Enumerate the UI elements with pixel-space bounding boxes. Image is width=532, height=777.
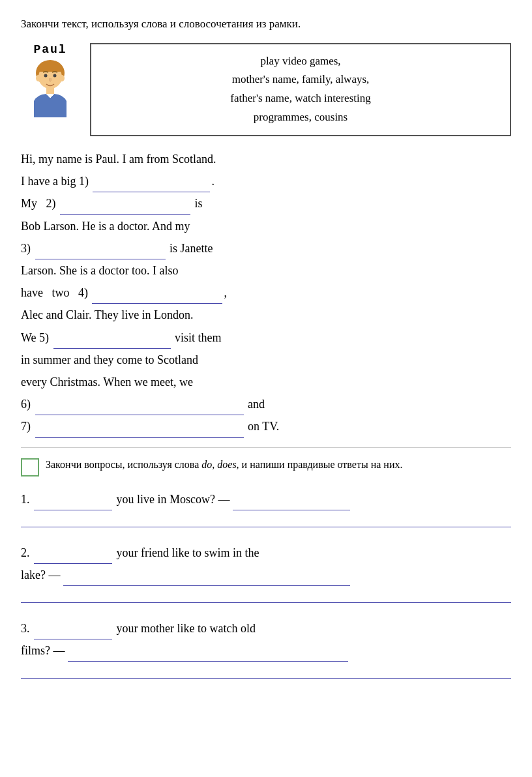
question-3: 3. your mother like to watch old films? …: [21, 617, 511, 679]
q2-answer-line: [21, 589, 511, 603]
svg-point-5: [59, 75, 65, 81]
q1-answer-line: [21, 513, 511, 527]
word-box-line2: mother's name, family, always,: [232, 73, 370, 85]
text-line-2: My 2) is: [21, 192, 511, 214]
task2-number-box: [21, 458, 39, 476]
text-line-12: 7) on TV.: [21, 415, 511, 437]
task2-text: Закончи вопросы, используя слова do, doe…: [46, 457, 402, 473]
q3-answer-line: [21, 664, 511, 679]
svg-rect-6: [46, 87, 54, 94]
text-line-9: in summer and they come to Scotland: [21, 349, 511, 371]
q1-blank: [34, 510, 112, 510]
text-line-4: 3) is Janette: [21, 237, 511, 259]
question-2-text-2: lake? —: [21, 564, 511, 586]
text-line-6: have two 4) ,: [21, 282, 511, 304]
avatar-svg: [24, 59, 76, 117]
question-2: 2. your friend like to swim in the lake?…: [21, 542, 511, 603]
text-line-10: every Christmas. When we meet, we: [21, 371, 511, 393]
question-2-text: 2. your friend like to swim in the: [21, 542, 511, 564]
main-text: Hi, my name is Paul. I am from Scotland.…: [21, 148, 511, 437]
question-3-text-2: films? —: [21, 639, 511, 662]
question-3-text: 3. your mother like to watch old: [21, 617, 511, 639]
text-line-11: 6) and: [21, 393, 511, 415]
word-box: play video games, mother's name, family,…: [90, 43, 511, 137]
divider: [21, 447, 511, 448]
question-1: 1. you live in Moscow? —: [21, 488, 511, 527]
paul-avatar: [24, 59, 76, 117]
text-line-8: We 5) visit them: [21, 327, 511, 349]
svg-point-3: [53, 74, 57, 77]
word-box-line3: father's name, watch interesting: [230, 92, 370, 104]
paul-avatar-block: Paul: [21, 43, 80, 117]
q3-answer: [68, 661, 348, 662]
word-box-line4: programmes, cousins: [254, 111, 347, 123]
q2-answer: [63, 585, 350, 586]
instruction-1: Закончи текст, используя слова и словосо…: [21, 16, 511, 33]
text-line-3: Bob Larson. He is a doctor. And my: [21, 215, 511, 237]
blank-7: [35, 437, 244, 438]
text-line-7: Alec and Clair. They live in London.: [21, 304, 511, 326]
text-line-5: Larson. She is a doctor too. I also: [21, 259, 511, 282]
text-line-1: I have a big 1) .: [21, 170, 511, 192]
q1-answer: [233, 510, 350, 510]
svg-point-4: [36, 75, 41, 81]
word-box-line1: play video games,: [260, 55, 340, 67]
text-line-intro: Hi, my name is Paul. I am from Scotland.: [21, 148, 511, 170]
question-1-text: 1. you live in Moscow? —: [21, 488, 511, 510]
paul-section: Paul: [21, 43, 511, 137]
svg-point-2: [44, 74, 48, 77]
task2-instruction: Закончи вопросы, используя слова do, doe…: [21, 457, 511, 476]
paul-label: Paul: [33, 43, 66, 56]
